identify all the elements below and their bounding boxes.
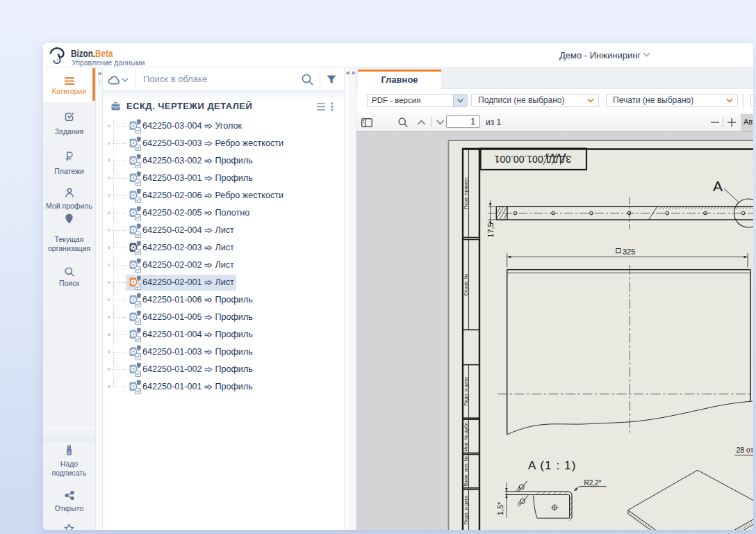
- svg-text:Взам. инв. №: Взам. инв. №: [463, 456, 468, 486]
- svg-text:Справ. №: Справ. №: [463, 274, 469, 296]
- svg-text:325: 325: [623, 248, 635, 256]
- svg-text:Перв. примен.: Перв. примен.: [463, 177, 469, 209]
- svg-text:A: A: [713, 178, 723, 194]
- svg-text:Подп. и дата: Подп. и дата: [463, 496, 469, 524]
- svg-text:A (1 : 1): A (1 : 1): [528, 459, 576, 472]
- svg-text:Подп. и дата: Подп. и дата: [463, 377, 469, 405]
- svg-text:R2,2*: R2,2*: [584, 479, 602, 487]
- svg-text:Инв. № дубл.: Инв. № дубл.: [463, 421, 469, 451]
- svg-text:28 отв: 28 отв: [737, 446, 754, 454]
- svg-text:17,5: 17,5: [486, 222, 495, 237]
- svg-text:ЗДДД.001.00.001: ЗДДД.001.00.001: [494, 154, 571, 165]
- svg-text:1,5*: 1,5*: [496, 501, 504, 515]
